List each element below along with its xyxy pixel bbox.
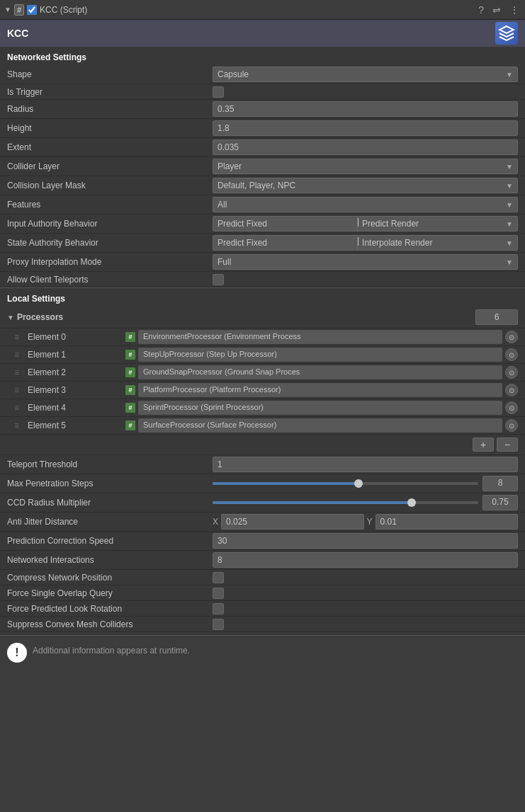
state-authority-right: Interpolate Render xyxy=(358,236,502,249)
element-2-ref[interactable]: GroundSnapProcessor (Ground Snap Proces xyxy=(138,365,502,379)
element-2-value: # GroundSnapProcessor (Ground Snap Proce… xyxy=(125,365,518,379)
remove-element-button[interactable]: − xyxy=(497,438,518,452)
radius-row: Radius xyxy=(0,100,525,119)
suppress-convex-mesh-colliders-row: Suppress Convex Mesh Colliders xyxy=(0,617,525,632)
is-trigger-checkbox[interactable] xyxy=(213,86,224,98)
element-0-value: # EnvironmentProcessor (Environment Proc… xyxy=(125,330,518,344)
state-authority-behavior-label: State Authority Behavior xyxy=(7,238,213,248)
processors-collapse-arrow-icon[interactable]: ▼ xyxy=(7,314,14,321)
prediction-correction-speed-input[interactable] xyxy=(213,533,518,549)
collider-layer-row: Collider Layer Player ▼ xyxy=(0,157,525,176)
is-trigger-value xyxy=(213,86,518,98)
anti-jitter-x-input[interactable] xyxy=(221,514,363,530)
height-row: Height xyxy=(0,119,525,138)
help-button[interactable]: ? xyxy=(477,4,485,16)
proxy-interpolation-mode-dropdown-arrow-icon: ▼ xyxy=(506,258,513,266)
component-header: KCC xyxy=(0,20,525,47)
ccd-radius-multiplier-thumb-icon[interactable] xyxy=(407,498,416,507)
is-trigger-label: Is Trigger xyxy=(7,87,213,97)
script-icon-3: # xyxy=(125,385,135,395)
max-penetration-steps-thumb-icon[interactable] xyxy=(354,479,363,488)
element-1-select-button[interactable]: ⊙ xyxy=(505,348,518,361)
state-authority-behavior-dropdown[interactable]: Predict Fixed | Interpolate Render ▼ xyxy=(213,235,518,251)
element-0-label: Element 0 xyxy=(28,332,120,342)
force-predicted-look-rotation-row: Force Predicted Look Rotation xyxy=(0,601,525,617)
radius-label: Radius xyxy=(7,104,213,114)
force-single-overlap-query-row: Force Single Overlap Query xyxy=(0,585,525,601)
networked-interactions-input[interactable] xyxy=(213,552,518,568)
max-penetration-steps-label: Max Penetration Steps xyxy=(7,479,213,488)
state-authority-left: Predict Fixed xyxy=(213,236,357,249)
height-value xyxy=(213,120,518,136)
element-4-select-button[interactable]: ⊙ xyxy=(505,401,518,414)
features-value: All ▼ xyxy=(213,197,518,212)
extent-input[interactable] xyxy=(213,139,518,155)
settings-icon[interactable]: ⇌ xyxy=(491,4,502,16)
element-2-select-button[interactable]: ⊙ xyxy=(505,366,518,379)
shape-label: Shape xyxy=(7,69,213,79)
max-penetration-steps-value-display[interactable]: 8 xyxy=(482,476,518,491)
element-3-select-button[interactable]: ⊙ xyxy=(505,384,518,396)
drag-handle-icon[interactable]: ≡ xyxy=(14,403,19,413)
max-penetration-steps-fill xyxy=(213,482,359,485)
shape-row: Shape Capsule ▼ xyxy=(0,65,525,84)
input-authority-behavior-value: Predict Fixed | Predict Render ▼ xyxy=(213,216,518,231)
element-1-ref[interactable]: StepUpProcessor (Step Up Processor) xyxy=(138,348,502,362)
drag-handle-icon[interactable]: ≡ xyxy=(14,421,19,430)
force-predicted-look-rotation-checkbox[interactable] xyxy=(213,603,224,614)
teleport-threshold-value xyxy=(213,457,518,472)
force-predicted-look-rotation-label: Force Predicted Look Rotation xyxy=(7,604,213,614)
height-input[interactable] xyxy=(213,120,518,136)
drag-handle-icon[interactable]: ≡ xyxy=(14,385,19,395)
collapse-arrow-icon[interactable]: ▼ xyxy=(4,6,11,13)
ccd-radius-multiplier-slider[interactable] xyxy=(213,501,478,504)
suppress-convex-mesh-colliders-value xyxy=(213,619,518,630)
max-penetration-steps-row: Max Penetration Steps 8 xyxy=(0,474,525,493)
input-authority-behavior-label: Input Authority Behavior xyxy=(7,219,213,229)
element-3-ref[interactable]: PlatformProcessor (Platform Processor) xyxy=(138,383,502,397)
radius-input[interactable] xyxy=(213,101,518,117)
networked-interactions-value xyxy=(213,552,518,568)
element-0-row: ≡ Element 0 # EnvironmentProcessor (Envi… xyxy=(0,328,525,346)
ccd-radius-multiplier-value-display[interactable]: 0.75 xyxy=(482,495,518,510)
anti-jitter-y-input[interactable] xyxy=(376,514,518,530)
component-title: KCC xyxy=(7,28,28,39)
drag-handle-icon[interactable]: ≡ xyxy=(14,367,19,377)
element-4-ref[interactable]: SprintProcessor (Sprint Processor) xyxy=(138,401,502,415)
max-penetration-steps-track xyxy=(213,482,478,485)
collider-layer-dropdown[interactable]: Player ▼ xyxy=(213,159,518,174)
input-authority-behavior-dropdown[interactable]: Predict Fixed | Predict Render ▼ xyxy=(213,216,518,231)
ccd-radius-multiplier-row: CCD Radius Multiplier 0.75 xyxy=(0,493,525,513)
force-single-overlap-query-checkbox[interactable] xyxy=(213,588,224,599)
suppress-convex-mesh-colliders-label: Suppress Convex Mesh Colliders xyxy=(7,619,213,629)
allow-client-teleports-row: Allow Client Teleports xyxy=(0,272,525,287)
drag-handle-icon[interactable]: ≡ xyxy=(14,350,19,360)
drag-handle-icon[interactable]: ≡ xyxy=(14,332,19,342)
shape-dropdown[interactable]: Capsule ▼ xyxy=(213,67,518,82)
element-0-ref[interactable]: EnvironmentProcessor (Environment Proces… xyxy=(138,330,502,344)
compress-network-position-checkbox[interactable] xyxy=(213,572,224,583)
collision-layer-mask-value: Default, Player, NPC ▼ xyxy=(213,178,518,193)
collision-layer-mask-dropdown[interactable]: Default, Player, NPC ▼ xyxy=(213,178,518,193)
teleport-threshold-label: Teleport Threshold xyxy=(7,459,213,469)
input-authority-right: Predict Render xyxy=(358,217,502,230)
teleport-threshold-input[interactable] xyxy=(213,457,518,472)
ccd-radius-multiplier-track xyxy=(213,501,478,504)
features-dropdown[interactable]: All ▼ xyxy=(213,197,518,212)
element-5-ref[interactable]: SurfaceProcessor (Surface Processor) xyxy=(138,418,502,433)
add-remove-row: + − xyxy=(0,435,525,455)
input-authority-dropdown-arrow-icon: ▼ xyxy=(502,219,517,229)
menu-button[interactable]: ⋮ xyxy=(508,4,521,16)
element-5-select-button[interactable]: ⊙ xyxy=(505,419,518,432)
processors-count-input[interactable] xyxy=(475,309,518,325)
max-penetration-steps-slider[interactable] xyxy=(213,482,478,485)
suppress-convex-mesh-colliders-checkbox[interactable] xyxy=(213,619,224,630)
anti-jitter-distance-xy: X Y xyxy=(213,514,518,530)
allow-client-teleports-checkbox[interactable] xyxy=(213,274,224,285)
compress-network-position-value xyxy=(213,572,518,583)
add-element-button[interactable]: + xyxy=(473,438,494,452)
component-enable-checkbox[interactable] xyxy=(27,5,37,15)
proxy-interpolation-mode-dropdown[interactable]: Full ▼ xyxy=(213,254,518,270)
element-0-select-button[interactable]: ⊙ xyxy=(505,331,518,343)
max-penetration-steps-slider-wrap: 8 xyxy=(213,476,518,491)
